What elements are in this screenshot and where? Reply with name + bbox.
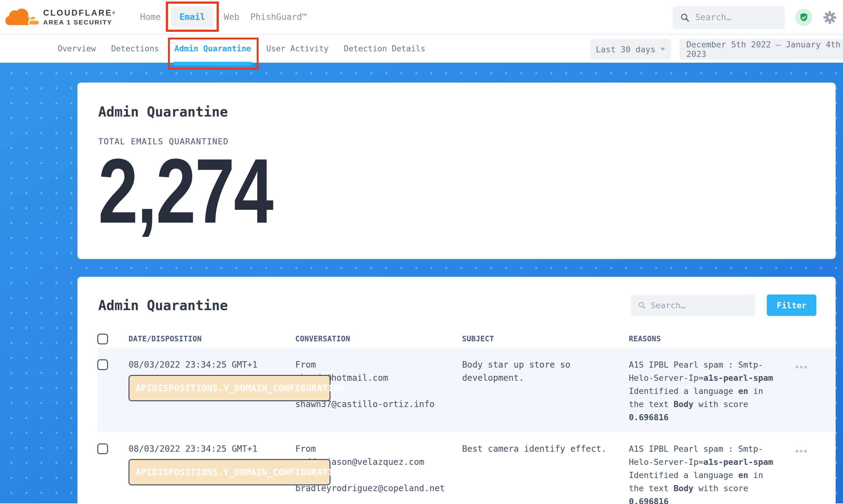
column-header-date: DATE/DISPOSITION (128, 335, 295, 343)
filter-button[interactable]: Filter (767, 294, 816, 316)
row-checkbox[interactable] (97, 359, 108, 370)
search-icon (680, 13, 690, 22)
from-label: From (295, 358, 447, 371)
subject-cell: Body star up store so development. (462, 358, 629, 424)
table-card-header: Admin Quarantine Filter (77, 294, 836, 316)
security-status-badge[interactable] (795, 9, 812, 26)
header-checkbox-cell (97, 332, 128, 346)
select-all-checkbox[interactable] (97, 334, 108, 344)
quarantine-table-card: Admin Quarantine Filter DATE/DISPOSI (77, 277, 836, 504)
table-controls: Filter (631, 294, 816, 316)
disposition-badge: APIDISPOSITIONS.Y_DOMAIN_CONFIGURATION (128, 459, 331, 485)
row-subject: Best camera identify effect. (462, 444, 607, 454)
metric-value: 2,274 (98, 154, 280, 228)
shield-check-icon (798, 12, 809, 23)
date-range-display[interactable]: December 5th 2022 — January 4th 2023 (680, 39, 843, 60)
row-date: 08/03/2022 23:34:25 GMT+1 (128, 360, 257, 370)
tab-overview[interactable]: Overview (57, 35, 96, 63)
sub-nav: Overview Detections Admin Quarantine Use… (0, 35, 843, 63)
reasons-cell: A1S IPBL Pearl spam : Smtp-Helo-Server-I… (629, 442, 782, 504)
row-subject: Body star up store so development. (462, 360, 570, 383)
content-area: Admin Quarantine TOTAL EMAILS QUARANTINE… (0, 63, 843, 503)
summary-card-title: Admin Quarantine (98, 104, 815, 120)
disposition-badge-label: APIDISPOSITIONS.Y_DOMAIN_CONFIGURATION (136, 382, 344, 395)
logo-text: CLOUDFLARE® AREA 1 SECURITY (43, 8, 115, 26)
caret-down-icon (660, 48, 665, 51)
date-disposition-cell: 08/03/2022 23:34:25 GMT+1 APIDISPOSITION… (128, 358, 295, 424)
from-label: From (295, 442, 447, 455)
tab-detection-details[interactable]: Detection Details (344, 35, 425, 63)
top-bar-right (672, 0, 837, 35)
page: CLOUDFLARE® AREA 1 SECURITY Home Email W… (0, 0, 843, 504)
brand-name: CLOUDFLARE® (43, 8, 115, 17)
date-controls: Last 30 days December 5th 2022 — January… (590, 39, 843, 60)
subject-cell: Best camera identify effect. (462, 442, 629, 504)
global-search-input[interactable] (695, 12, 777, 22)
column-header-subject: SUBJECT (462, 335, 629, 343)
quarantine-table: DATE/DISPOSITION CONVERSATION SUBJECT RE… (77, 330, 836, 504)
disposition-badge-label: APIDISPOSITIONS.Y_DOMAIN_CONFIGURATION (136, 466, 344, 479)
row-checkbox-cell (97, 358, 128, 424)
nav-item-phishguard[interactable]: PhishGuard™ (250, 12, 308, 22)
top-bar: CLOUDFLARE® AREA 1 SECURITY Home Email W… (0, 0, 843, 35)
ellipsis-menu-icon[interactable] (795, 447, 807, 456)
nav-item-home[interactable]: Home (140, 12, 161, 22)
search-icon (638, 301, 646, 310)
row-checkbox[interactable] (97, 444, 108, 454)
row-actions-cell (782, 442, 836, 504)
row-checkbox-cell (97, 442, 128, 504)
row-actions-cell (782, 358, 836, 424)
active-tab-underline (174, 62, 251, 66)
table-header-row: DATE/DISPOSITION CONVERSATION SUBJECT RE… (97, 330, 836, 348)
table-rows: 08/03/2022 23:34:25 GMT+1 APIDISPOSITION… (97, 348, 836, 504)
tab-detections[interactable]: Detections (111, 35, 159, 63)
nav-item-email[interactable]: Email (171, 7, 213, 27)
cloudflare-cloud-icon (5, 8, 40, 26)
table-card-title: Admin Quarantine (98, 298, 228, 313)
tab-admin-quarantine[interactable]: Admin Quarantine (174, 35, 251, 63)
summary-card: Admin Quarantine TOTAL EMAILS QUARANTINE… (77, 83, 836, 259)
disposition-badge: APIDISPOSITIONS.Y_DOMAIN_CONFIGURATION (128, 375, 331, 401)
column-header-conversation: CONVERSATION (295, 335, 462, 343)
table-row[interactable]: 08/03/2022 23:34:25 GMT+1 APIDISPOSITION… (97, 432, 836, 504)
main-nav: Home Email Web PhishGuard™ (140, 7, 308, 27)
brand-subtitle: AREA 1 SECURITY (43, 19, 115, 26)
ellipsis-menu-icon[interactable] (795, 362, 807, 372)
table-row[interactable]: 08/03/2022 23:34:25 GMT+1 APIDISPOSITION… (97, 348, 836, 432)
cloudflare-logo[interactable]: CLOUDFLARE® AREA 1 SECURITY (5, 8, 115, 26)
table-search-input[interactable] (651, 301, 749, 310)
date-range-dropdown[interactable]: Last 30 days (590, 39, 671, 60)
table-search[interactable] (631, 294, 755, 316)
tab-user-activity[interactable]: User Activity (266, 35, 329, 63)
column-header-reasons: REASONS (629, 335, 782, 343)
nav-item-web[interactable]: Web (223, 12, 240, 22)
row-date: 08/03/2022 23:34:25 GMT+1 (128, 444, 257, 454)
date-disposition-cell: 08/03/2022 23:34:25 GMT+1 APIDISPOSITION… (128, 442, 295, 504)
gear-icon[interactable] (823, 11, 837, 24)
trademark: ® (112, 11, 115, 15)
global-search[interactable] (672, 6, 785, 29)
reasons-cell: A1S IPBL Pearl spam : Smtp-Helo-Server-I… (629, 358, 782, 424)
